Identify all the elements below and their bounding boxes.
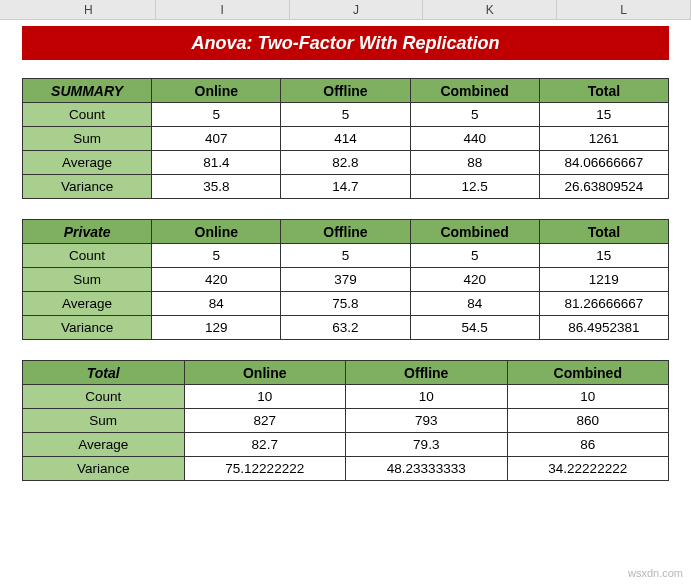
- cell[interactable]: 5: [281, 244, 410, 268]
- col-online[interactable]: Online: [152, 79, 281, 103]
- cell[interactable]: 14.7: [281, 175, 410, 199]
- col-offline[interactable]: Offline: [281, 79, 410, 103]
- col-combined[interactable]: Combined: [410, 220, 539, 244]
- watermark: wsxdn.com: [628, 567, 683, 579]
- row-label[interactable]: Sum: [23, 268, 152, 292]
- total-table: Total Online Offline Combined Count10101…: [22, 360, 669, 481]
- col-total[interactable]: Total: [539, 79, 668, 103]
- cell[interactable]: 860: [507, 409, 669, 433]
- cell[interactable]: 88: [410, 151, 539, 175]
- cell[interactable]: 82.8: [281, 151, 410, 175]
- table-row: Variance75.1222222248.2333333334.2222222…: [23, 457, 669, 481]
- cell[interactable]: 793: [346, 409, 508, 433]
- table-row: Count55515: [23, 103, 669, 127]
- cell[interactable]: 1261: [539, 127, 668, 151]
- table-row: Average81.482.88884.06666667: [23, 151, 669, 175]
- cell[interactable]: 75.8: [281, 292, 410, 316]
- table-row: Count55515: [23, 244, 669, 268]
- cell[interactable]: 1219: [539, 268, 668, 292]
- row-label[interactable]: Sum: [23, 127, 152, 151]
- cell[interactable]: 10: [507, 385, 669, 409]
- col-combined[interactable]: Combined: [507, 361, 669, 385]
- row-label[interactable]: Variance: [23, 457, 185, 481]
- cell[interactable]: 84.06666667: [539, 151, 668, 175]
- cell[interactable]: 129: [152, 316, 281, 340]
- row-label[interactable]: Average: [23, 292, 152, 316]
- cell[interactable]: 48.23333333: [346, 457, 508, 481]
- table-row: Sum827793860: [23, 409, 669, 433]
- table-header-row: Private Online Offline Combined Total: [23, 220, 669, 244]
- table-row: Sum4074144401261: [23, 127, 669, 151]
- cell[interactable]: 86: [507, 433, 669, 457]
- cell[interactable]: 5: [281, 103, 410, 127]
- table-row: Variance12963.254.586.4952381: [23, 316, 669, 340]
- worksheet: Anova: Two-Factor With Replication SUMMA…: [0, 20, 691, 491]
- cell[interactable]: 81.26666667: [539, 292, 668, 316]
- cell[interactable]: 420: [152, 268, 281, 292]
- cell[interactable]: 379: [281, 268, 410, 292]
- cell[interactable]: 81.4: [152, 151, 281, 175]
- table-row: Variance35.814.712.526.63809524: [23, 175, 669, 199]
- cell[interactable]: 82.7: [184, 433, 346, 457]
- table-row: Count101010: [23, 385, 669, 409]
- table-corner[interactable]: Private: [23, 220, 152, 244]
- col-header[interactable]: H: [22, 0, 156, 20]
- cell[interactable]: 827: [184, 409, 346, 433]
- column-headers: H I J K L: [0, 0, 691, 20]
- row-label[interactable]: Count: [23, 385, 185, 409]
- cell[interactable]: 84: [410, 292, 539, 316]
- cell[interactable]: 5: [152, 103, 281, 127]
- cell[interactable]: 15: [539, 103, 668, 127]
- cell[interactable]: 75.12222222: [184, 457, 346, 481]
- row-label[interactable]: Variance: [23, 175, 152, 199]
- row-label[interactable]: Count: [23, 103, 152, 127]
- row-label[interactable]: Count: [23, 244, 152, 268]
- col-combined[interactable]: Combined: [410, 79, 539, 103]
- cell[interactable]: 63.2: [281, 316, 410, 340]
- col-offline[interactable]: Offline: [281, 220, 410, 244]
- cell[interactable]: 12.5: [410, 175, 539, 199]
- cell[interactable]: 414: [281, 127, 410, 151]
- summary-table: SUMMARY Online Offline Combined Total Co…: [22, 78, 669, 199]
- row-label[interactable]: Sum: [23, 409, 185, 433]
- cell[interactable]: 86.4952381: [539, 316, 668, 340]
- cell[interactable]: 34.22222222: [507, 457, 669, 481]
- table-row: Sum4203794201219: [23, 268, 669, 292]
- table-header-row: SUMMARY Online Offline Combined Total: [23, 79, 669, 103]
- table-header-row: Total Online Offline Combined: [23, 361, 669, 385]
- private-table: Private Online Offline Combined Total Co…: [22, 219, 669, 340]
- cell[interactable]: 420: [410, 268, 539, 292]
- cell[interactable]: 407: [152, 127, 281, 151]
- table-corner[interactable]: SUMMARY: [23, 79, 152, 103]
- col-header[interactable]: K: [423, 0, 557, 20]
- cell[interactable]: 35.8: [152, 175, 281, 199]
- table-row: Average82.779.386: [23, 433, 669, 457]
- row-label[interactable]: Average: [23, 151, 152, 175]
- row-label[interactable]: Average: [23, 433, 185, 457]
- cell[interactable]: 10: [184, 385, 346, 409]
- table-corner[interactable]: Total: [23, 361, 185, 385]
- cell[interactable]: 440: [410, 127, 539, 151]
- page-title: Anova: Two-Factor With Replication: [22, 26, 669, 60]
- col-header[interactable]: J: [290, 0, 424, 20]
- col-header[interactable]: I: [156, 0, 290, 20]
- col-online[interactable]: Online: [152, 220, 281, 244]
- col-total[interactable]: Total: [539, 220, 668, 244]
- table-row: Average8475.88481.26666667: [23, 292, 669, 316]
- cell[interactable]: 5: [152, 244, 281, 268]
- cell[interactable]: 26.63809524: [539, 175, 668, 199]
- cell[interactable]: 10: [346, 385, 508, 409]
- cell[interactable]: 5: [410, 244, 539, 268]
- col-online[interactable]: Online: [184, 361, 346, 385]
- col-header[interactable]: L: [557, 0, 691, 20]
- row-label[interactable]: Variance: [23, 316, 152, 340]
- cell[interactable]: 79.3: [346, 433, 508, 457]
- cell[interactable]: 84: [152, 292, 281, 316]
- col-offline[interactable]: Offline: [346, 361, 508, 385]
- cell[interactable]: 5: [410, 103, 539, 127]
- cell[interactable]: 54.5: [410, 316, 539, 340]
- cell[interactable]: 15: [539, 244, 668, 268]
